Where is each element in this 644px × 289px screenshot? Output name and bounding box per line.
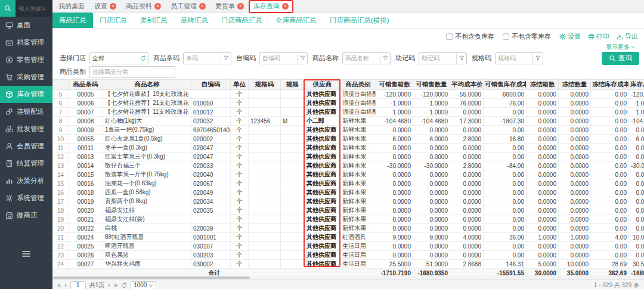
sidebar-item-analysis[interactable]: 决策分析	[0, 172, 52, 189]
print-button[interactable]: 打印	[588, 32, 609, 41]
table-row[interactable]: 9000091青蒜一把(0.75kg)6970465014086个其他供应商新鲜…	[53, 126, 644, 135]
sidebar-item-microstore[interactable]: 微商店	[0, 207, 52, 224]
table-row[interactable]: 1800020福鼎安江桔020035个其他供应商新鲜水果0.00000.0000…	[53, 206, 644, 215]
tab-settings[interactable]: 设置 ×	[89, 0, 121, 13]
subtab-warehouse-goods-summary[interactable]: 仓库商品汇总	[269, 13, 323, 28]
table-row[interactable]: 2200025啤酒开瓶器030107个其他供应商生活日用0.00000.0000…	[53, 242, 644, 251]
checkbox-exclude-negative-stock[interactable]: 不包含负库存	[446, 32, 494, 41]
column-header-4[interactable]: 规格码	[249, 80, 281, 90]
column-header-2[interactable]: 自编码	[191, 80, 231, 90]
table-row[interactable]: 2300026双色果篮030203个其他供应商生活日用0.00000.00000…	[53, 251, 644, 260]
column-header-9[interactable]: 可销售数量	[413, 80, 450, 90]
goods-name-input[interactable]	[343, 55, 380, 61]
table-row[interactable]: 21000248时红酒开瓶器0301001个其他供应商红酒酒具9.00009.0…	[53, 233, 644, 242]
scrollbar-thumb[interactable]	[53, 276, 250, 279]
column-header-10[interactable]: 平均成本价	[450, 80, 484, 90]
close-icon[interactable]: ×	[110, 3, 116, 10]
mnemonic-code-input[interactable]	[419, 55, 456, 61]
page-size-select[interactable]: 1000	[131, 281, 156, 289]
column-header-15[interactable]: 库存总箱数	[629, 80, 644, 90]
filter-barcode[interactable]	[183, 52, 231, 64]
horizontal-scrollbar[interactable]	[52, 276, 644, 279]
sidebar-item-wholesale[interactable]: 批发管理	[0, 120, 52, 138]
checkbox-exclude-zero-stock[interactable]: 不包含零库存	[503, 32, 551, 41]
tab-goods-data[interactable]: 商品资料 ×	[121, 0, 166, 13]
column-header-12[interactable]: 冻结箱数	[527, 80, 559, 90]
goods-category-input[interactable]	[90, 69, 175, 75]
filter-store-select[interactable]	[89, 52, 148, 64]
table-row[interactable]: 2000022白桃020039个其他供应商新鲜水果0.00000.00000.0…	[53, 224, 644, 233]
table-row[interactable]: 1900021福鼎安江桔(袋)个其他供应商新鲜水果0.00000.00000.0…	[53, 215, 644, 224]
filter-spec-code[interactable]	[495, 52, 543, 64]
next-page-button[interactable]: ›	[108, 282, 110, 288]
barcode-input[interactable]	[184, 55, 221, 61]
first-page-button[interactable]: «	[57, 282, 61, 288]
table-row[interactable]: 700007【七夕鲜花推荐】11支粉玫瑰花010012个其他供应商浪漫自由搭配1…	[53, 108, 644, 117]
search-button[interactable]	[0, 0, 16, 17]
sidebar-item-purchase[interactable]: 采购管理	[0, 69, 52, 86]
column-header-11[interactable]: 可销售库存成本	[484, 80, 527, 90]
table-row[interactable]: 1400015散装苹果一斤半(0.75kg)020040个其他供应商新鲜水果0.…	[53, 170, 644, 179]
tab-order-request[interactable]: 要货单 ×	[210, 0, 249, 13]
sidebar-item-inventory[interactable]: 库存管理	[0, 86, 52, 103]
checkbox-box[interactable]	[446, 33, 453, 40]
filter-mnemonic-code[interactable]	[419, 52, 467, 64]
column-header-3[interactable]: 单位	[231, 80, 249, 90]
filter-goods-category[interactable]	[89, 66, 175, 78]
funnel-icon[interactable]	[380, 53, 390, 64]
subtab-category-summary[interactable]: 类别汇总	[134, 13, 174, 28]
close-icon[interactable]: ×	[282, 3, 289, 10]
store-select-input[interactable]	[90, 55, 138, 61]
funnel-icon[interactable]	[456, 53, 466, 64]
checkbox-box[interactable]	[503, 33, 509, 40]
column-header-1[interactable]: 商品名称	[103, 80, 191, 90]
funnel-icon[interactable]	[297, 53, 307, 64]
query-button[interactable]: 查询	[602, 52, 639, 65]
self-code-input[interactable]	[260, 55, 297, 61]
export-button[interactable]: 导出	[617, 32, 638, 41]
column-header-6[interactable]: 供应商	[305, 80, 340, 90]
tab-inventory-query[interactable]: 库存查询 ×	[249, 0, 293, 13]
column-header-8[interactable]: 可销售箱数	[376, 80, 413, 90]
spec-code-input[interactable]	[496, 55, 532, 61]
table-row[interactable]: 1300014散仔百福三个020033个其他供应商新鲜水果-30.0000-30…	[53, 161, 644, 170]
menu-toggle-button[interactable]	[0, 250, 52, 257]
close-icon[interactable]: ×	[154, 3, 161, 10]
sidebar-item-system[interactable]: 系统管理	[0, 189, 52, 207]
table-row[interactable]: 1500016油菜花一个(0.63kg)020067个其他供应商新鲜水果0.00…	[53, 179, 644, 188]
subtab-store-summary[interactable]: 门店汇总	[93, 13, 134, 28]
column-header-0[interactable]: 商品条码	[69, 80, 103, 90]
sidebar-item-retail[interactable]: 零售管理	[0, 51, 52, 69]
filter-goods-name[interactable]	[342, 52, 391, 64]
table-row[interactable]: 500005【七夕鲜花爆款】19支红玫瑰花个其他供应商浪漫自由搭配-120.00…	[53, 90, 644, 99]
subtab-goods-summary[interactable]: 商品汇总	[52, 13, 93, 28]
close-icon[interactable]: ×	[237, 3, 244, 10]
filter-self-code[interactable]	[259, 52, 308, 64]
sidebar-item-member[interactable]: 会员管理	[0, 138, 52, 155]
settings-button[interactable]: 设置	[559, 32, 581, 41]
sidebar-item-desktop[interactable]: 桌面	[0, 17, 52, 34]
sidebar-item-archive[interactable]: 档案管理	[0, 34, 52, 51]
close-icon[interactable]: ×	[199, 3, 206, 10]
column-header-5[interactable]: 规格	[281, 80, 305, 90]
table-row[interactable]: 600006【七夕鲜花推荐】21支红玫瑰花010050个其他供应商浪漫自由搭配-…	[53, 99, 644, 108]
table-row[interactable]: 800008红心柚(1kg)大020032个123456M小二郎新鲜水果-104…	[53, 117, 644, 126]
refresh-icon[interactable]	[138, 53, 148, 64]
sidebar-item-settlement[interactable]: 结算管理	[0, 155, 52, 172]
subtab-store-goods-summary-horizontal[interactable]: 门店商品汇总(横排)	[323, 13, 396, 28]
table-row[interactable]: 2400027华兴拌火鸡面030002个其他供应商生活日用25.500051.0…	[53, 260, 644, 269]
tab-staff[interactable]: 员工管理 ×	[166, 0, 210, 13]
table-row[interactable]: 1200013红富士苹果三个(0.3kg)020047个其他供应商新鲜水果0.0…	[53, 153, 644, 161]
table-row[interactable]: 1700019贡梨两个(0.8kg)020034个其他供应商新鲜水果0.0000…	[53, 197, 644, 206]
table-row[interactable]: 1100011枣子一盒(0.3kg)020047个其他供应商新鲜水果0.0000…	[53, 144, 644, 153]
page-input[interactable]	[70, 281, 86, 289]
prev-page-button[interactable]: ‹	[64, 282, 67, 288]
subtab-brand-summary[interactable]: 品牌汇总	[174, 13, 215, 28]
subtab-store-goods-summary[interactable]: 门店商品汇总	[215, 13, 269, 28]
tab-my-desktop[interactable]: 我的桌面	[54, 0, 89, 13]
last-page-button[interactable]: »	[114, 282, 117, 288]
show-more-link[interactable]: 显示更多	[606, 43, 636, 51]
sidebar-item-chain-delivery[interactable]: 连锁配送	[0, 103, 52, 120]
column-header-14[interactable]: 冻结库存成本	[591, 80, 629, 90]
funnel-icon[interactable]	[221, 53, 231, 64]
